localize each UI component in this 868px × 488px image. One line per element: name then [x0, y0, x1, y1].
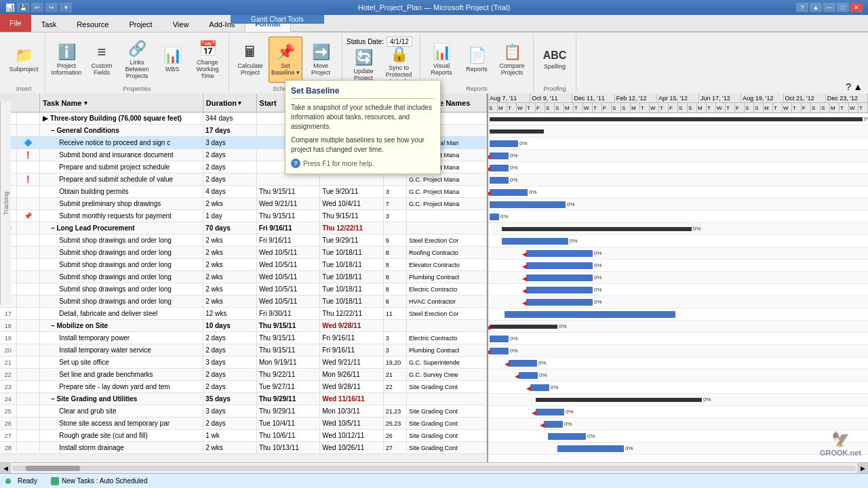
expand-ribbon-icon[interactable]: ▲: [853, 81, 863, 92]
gantt-bar[interactable]: [530, 384, 549, 391]
tab-format[interactable]: Format: [245, 16, 290, 32]
horizontal-scrollbar[interactable]: ◀ ▶: [0, 462, 868, 473]
reports-button[interactable]: 📄 Reports: [460, 37, 494, 83]
spelling-button[interactable]: ABC Spelling: [538, 37, 572, 83]
save-btn[interactable]: 💾: [17, 3, 29, 12]
close-btn[interactable]: ✕: [850, 3, 863, 12]
gantt-bar[interactable]: [490, 117, 863, 121]
gantt-bar[interactable]: [536, 398, 702, 402]
tab-resource[interactable]: Resource: [66, 16, 119, 32]
table-row[interactable]: 25 Clear and grub site 3 days Thu 9/29/1…: [0, 405, 487, 418]
maximize-btn[interactable]: □: [837, 3, 849, 12]
tab-file[interactable]: File: [0, 14, 31, 32]
gantt-bar[interactable]: [502, 227, 692, 231]
task-name-cell[interactable]: Prepare and submit project schedule: [40, 161, 203, 173]
table-row[interactable]: 12 Submit shop drawings and order long 2…: [0, 247, 487, 259]
duration-filter-icon[interactable]: ▾: [238, 100, 241, 106]
task-name-cell[interactable]: Receive notice to proceed and sign c: [40, 137, 203, 148]
task-name-cell[interactable]: Submit shop drawings and order long: [40, 247, 203, 258]
update-project-button[interactable]: 🔄 Update Project: [347, 48, 380, 82]
table-row[interactable]: 22 Set line and grade benchmarks 2 days …: [0, 369, 487, 381]
tab-addins[interactable]: Add-Ins: [199, 16, 245, 32]
gantt-bar[interactable]: [544, 421, 563, 428]
task-name-cell[interactable]: – Site Grading and Utilities: [40, 393, 203, 405]
scroll-thumb[interactable]: [26, 466, 80, 471]
task-name-cell[interactable]: – Mobilize on Site: [40, 320, 203, 331]
table-row[interactable]: 21 Set up site office 3 days Mon 9/19/11…: [0, 357, 487, 369]
undo-btn[interactable]: ↩: [31, 3, 43, 12]
table-row[interactable]: 13 Submit shop drawings and order long 2…: [0, 259, 487, 271]
task-name-cell[interactable]: Clear and grub site: [40, 405, 203, 417]
gantt-bar[interactable]: [490, 189, 528, 196]
gantt-bar[interactable]: [490, 129, 544, 134]
calculate-project-button[interactable]: 🖩 Calculate Project: [233, 37, 267, 83]
gantt-bar[interactable]: [490, 177, 509, 184]
gantt-bar[interactable]: [526, 287, 593, 293]
task-name-cell[interactable]: Install temporary water service: [40, 344, 203, 356]
table-row[interactable]: 18 – Mobilize on Site 10 days Thu 9/15/1…: [0, 320, 487, 332]
gantt-bar[interactable]: [490, 152, 509, 159]
task-name-cell[interactable]: Submit preliminary shop drawings: [40, 198, 203, 209]
task-name-cell[interactable]: Rough grade site (cut and fill): [40, 430, 203, 441]
help-btn[interactable]: ?: [796, 3, 808, 12]
table-row[interactable]: 7 Obtain building permits 4 days Thu 9/1…: [0, 186, 487, 198]
gantt-bar[interactable]: [490, 348, 509, 354]
change-working-time-button[interactable]: 📅 Change Working Time: [191, 37, 224, 83]
scroll-right-btn[interactable]: ▶: [857, 463, 868, 474]
tab-view[interactable]: View: [163, 16, 199, 32]
ribbon-tabs[interactable]: File Task Resource Project View Add-Ins …: [0, 15, 868, 33]
table-row[interactable]: 19 Install temporary power 2 days Thu 9/…: [0, 332, 487, 344]
minimize-btn[interactable]: —: [823, 3, 835, 12]
more-btn[interactable]: ▾: [60, 3, 72, 12]
header-task-name[interactable]: Task Name ▾: [40, 94, 203, 112]
table-row[interactable]: 11 Submit shop drawings and order long 2…: [0, 235, 487, 247]
task-name-cell[interactable]: Set line and grade benchmarks: [40, 369, 203, 380]
help-icon[interactable]: ?: [846, 81, 851, 92]
links-between-projects-button[interactable]: 🔗 Links Between Projects: [120, 37, 154, 83]
gantt-bar[interactable]: [536, 409, 564, 415]
gantt-bar[interactable]: [502, 238, 568, 245]
gantt-bar[interactable]: [490, 201, 566, 208]
table-row[interactable]: 27 Rough grade site (cut and fill) 1 wk …: [0, 430, 487, 442]
task-name-cell[interactable]: Submit shop drawings and order long: [40, 296, 203, 307]
gantt-bar[interactable]: [490, 140, 518, 147]
tab-task[interactable]: Task: [31, 16, 67, 32]
gantt-bar[interactable]: [490, 165, 509, 171]
visual-reports-button[interactable]: 📊 Visual Reports: [425, 37, 458, 83]
header-duration[interactable]: Duration ▾: [203, 94, 257, 112]
table-row[interactable]: 28 Install storm drainage 2 wks Thu 10/1…: [0, 442, 487, 454]
task-name-cell[interactable]: Submit monthly requests for payment: [40, 210, 203, 222]
table-row[interactable]: 20 Install temporary water service 2 day…: [0, 344, 487, 357]
task-name-cell[interactable]: Install storm drainage: [40, 442, 203, 453]
table-row[interactable]: 23 Prepare site - lay down yard and tem …: [0, 381, 487, 393]
gantt-bar[interactable]: [490, 214, 499, 220]
task-name-cell[interactable]: Prepare site - lay down yard and tem: [40, 381, 203, 392]
task-name-cell[interactable]: Submit bond and insurance document: [40, 149, 203, 161]
redo-btn[interactable]: ↪: [45, 3, 58, 12]
table-row[interactable]: 8 Submit preliminary shop drawings 2 wks…: [0, 198, 487, 210]
task-name-cell[interactable]: Set up site office: [40, 357, 203, 368]
ribbon-collapse-btn[interactable]: ▲: [810, 3, 822, 12]
window-controls[interactable]: ? ▲ — □ ✕: [796, 3, 863, 12]
task-name-cell[interactable]: – General Conditions: [40, 125, 203, 136]
task-name-cell[interactable]: ▶ Three-story Building (76,000 square fe…: [40, 113, 203, 124]
table-row[interactable]: 9 📌 Submit monthly requests for payment …: [0, 210, 487, 222]
gantt-bar[interactable]: [526, 262, 593, 269]
custom-fields-button[interactable]: ≡ Custom Fields: [85, 37, 119, 83]
task-name-cell[interactable]: Submit shop drawings and order long: [40, 271, 203, 283]
wbs-button[interactable]: 📊 WBS: [155, 37, 189, 83]
gantt-bar[interactable]: [548, 433, 586, 440]
task-name-cell[interactable]: Detail, fabricate and deliver steel: [40, 308, 203, 319]
task-name-cell[interactable]: Submit shop drawings and order long: [40, 283, 203, 295]
set-baseline-button[interactable]: 📌 Set Baseline ▾: [269, 37, 302, 83]
gantt-bar[interactable]: [509, 360, 537, 367]
scroll-left-btn[interactable]: ◀: [0, 463, 11, 474]
task-name-cell[interactable]: – Long Lead Procurement: [40, 222, 203, 234]
table-row[interactable]: 6 ❗ Prepare and submit schedule of value…: [0, 174, 487, 186]
scroll-track[interactable]: [12, 466, 856, 471]
task-filter-icon[interactable]: ▾: [84, 100, 87, 106]
quick-access-toolbar[interactable]: 📊 💾 ↩ ↪ ▾: [5, 3, 72, 12]
move-project-button[interactable]: ➡️ Move Project: [304, 37, 338, 83]
table-row[interactable]: 10 – Long Lead Procurement 70 days Fri 9…: [0, 222, 487, 235]
tab-project[interactable]: Project: [119, 16, 162, 32]
